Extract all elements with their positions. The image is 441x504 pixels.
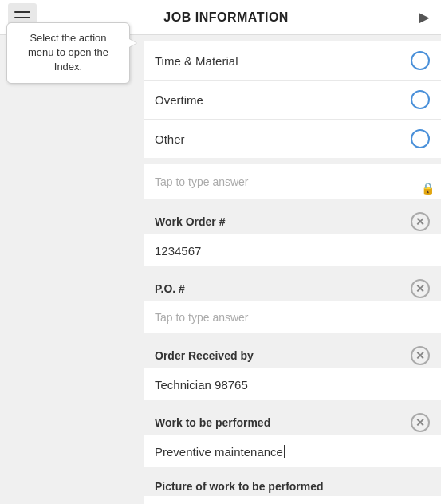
- work-order-input[interactable]: 1234567: [144, 234, 441, 266]
- work-performed-header: Work to be performed ✕: [144, 407, 441, 435]
- radio-label-other: Other: [155, 132, 185, 146]
- order-received-label: Order Received by: [155, 349, 254, 362]
- po-header: P.O. # ✕: [144, 273, 441, 301]
- work-order-header: Work Order # ✕: [144, 206, 441, 234]
- work-performed-section: Work to be performed ✕ Preventive mainte…: [144, 407, 441, 467]
- radio-label-time-material: Time & Material: [155, 54, 238, 68]
- menu-line-1: [14, 11, 30, 13]
- photo-section: Picture of work to be performed 📷 Tap to…: [144, 474, 441, 504]
- page-title: JOB INFORMATION: [163, 10, 289, 25]
- po-input[interactable]: Tap to type answer: [144, 301, 441, 333]
- order-received-section: Order Received by ✕ Technician 98765: [144, 340, 441, 400]
- tooltip: Select the action menu to open the Index…: [6, 22, 130, 84]
- work-order-value: 1234567: [155, 244, 201, 258]
- radio-item-time-material[interactable]: Time & Material: [144, 41, 441, 81]
- tooltip-text: Select the action menu to open the Index…: [28, 32, 108, 73]
- order-received-clear-button[interactable]: ✕: [411, 346, 430, 365]
- menu-line-2: [14, 17, 30, 18]
- radio-item-other[interactable]: Other: [144, 120, 441, 158]
- other-type-answer-input[interactable]: Tap to type answer: [144, 164, 441, 199]
- work-performed-label: Work to be performed: [155, 416, 270, 429]
- work-performed-clear-button[interactable]: ✕: [411, 413, 430, 432]
- send-button[interactable]: ►: [415, 7, 433, 28]
- other-type-answer-placeholder: Tap to type answer: [155, 175, 249, 188]
- order-received-input[interactable]: Technician 98765: [144, 368, 441, 400]
- photo-input[interactable]: 📷 Tap to choose photo: [144, 496, 441, 504]
- main-content: Time & Material Overtime Other Tap to ty…: [144, 35, 441, 504]
- other-type-answer-section: Tap to type answer 🔒: [144, 164, 441, 199]
- order-received-value: Technician 98765: [155, 378, 248, 392]
- po-placeholder: Tap to type answer: [155, 311, 249, 324]
- radio-circle-time-material: [411, 51, 430, 70]
- radio-label-overtime: Overtime: [155, 93, 203, 107]
- po-section: P.O. # ✕ Tap to type answer: [144, 273, 441, 333]
- radio-circle-overtime: [411, 90, 430, 109]
- po-clear-button[interactable]: ✕: [411, 279, 430, 298]
- radio-item-overtime[interactable]: Overtime: [144, 81, 441, 120]
- billing-type-radio-group: Time & Material Overtime Other: [144, 41, 441, 158]
- radio-circle-other: [411, 129, 430, 148]
- work-order-label: Work Order #: [155, 215, 225, 228]
- work-performed-value: Preventive maintenance: [155, 445, 283, 459]
- lock-icon: 🔒: [421, 182, 435, 195]
- text-cursor: [284, 445, 285, 458]
- order-received-header: Order Received by ✕: [144, 340, 441, 368]
- photo-label: Picture of work to be performed: [144, 474, 441, 496]
- work-order-section: Work Order # ✕ 1234567: [144, 206, 441, 266]
- work-order-clear-button[interactable]: ✕: [411, 212, 430, 231]
- po-label: P.O. #: [155, 282, 185, 295]
- work-performed-input[interactable]: Preventive maintenance: [144, 435, 441, 467]
